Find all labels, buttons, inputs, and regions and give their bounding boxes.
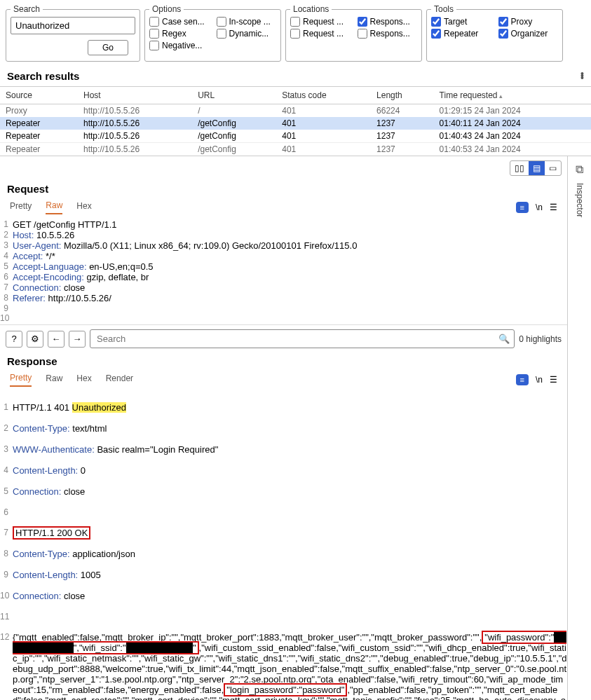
checkbox[interactable] — [431, 29, 441, 39]
checkbox[interactable] — [431, 17, 441, 27]
cell-host: http://10.5.5.26 — [78, 117, 192, 130]
code-line[interactable]: Accept-Language: en-US,en;q=0.5 — [13, 261, 567, 272]
column-header[interactable]: Source — [0, 87, 78, 104]
hamburger-icon[interactable]: ☰ — [550, 203, 557, 212]
tool-checkbox[interactable]: Target — [431, 17, 491, 27]
checkbox[interactable] — [290, 29, 300, 39]
inspector-panel[interactable]: ⧉ Inspector — [567, 156, 591, 700]
checkbox[interactable] — [217, 17, 226, 27]
cell-time: 01:29:15 24 Jan 2024 — [434, 104, 591, 118]
code-line[interactable] — [13, 303, 567, 313]
checkbox[interactable] — [358, 29, 367, 39]
cell-source: Proxy — [0, 104, 78, 118]
line-number: 7 — [0, 282, 13, 293]
layout-split-icon[interactable]: ▤ — [529, 161, 545, 175]
results-table: SourceHostURLStatus codeLengthTime reque… — [0, 86, 591, 156]
checkbox-label: Proxy — [511, 17, 533, 27]
column-header[interactable]: Length — [371, 87, 434, 104]
table-row[interactable]: Repeaterhttp://10.5.5.26/getConfig401123… — [0, 117, 591, 130]
line-number: 9 — [0, 303, 13, 313]
option-checkbox[interactable]: Case sen... — [149, 17, 210, 27]
newline-icon[interactable]: \n — [536, 203, 543, 212]
search-input[interactable] — [11, 17, 135, 34]
help-icon[interactable]: ? — [6, 331, 22, 348]
cell-host: http://10.5.5.26 — [78, 143, 192, 156]
tab-render[interactable]: Render — [106, 373, 133, 386]
tab-hex[interactable]: Hex — [76, 201, 91, 214]
cell-url: / — [192, 104, 276, 118]
tool-checkbox[interactable]: Repeater — [431, 29, 491, 39]
location-checkbox[interactable]: Respons... — [358, 29, 418, 39]
inspector-label: Inspector — [575, 183, 585, 217]
tab-raw[interactable]: Raw — [46, 373, 62, 386]
options-legend: Options — [149, 4, 184, 14]
column-header[interactable]: Time requested — [434, 87, 591, 104]
checkbox[interactable] — [358, 17, 367, 27]
code-line[interactable]: Referer: http://10.5.5.26/ — [13, 293, 567, 303]
newline-icon[interactable]: \n — [536, 375, 543, 385]
column-header[interactable]: Status code — [276, 87, 371, 104]
line-number: 5 — [0, 261, 13, 272]
checkbox[interactable] — [149, 41, 159, 50]
tab-hex[interactable]: Hex — [76, 373, 91, 386]
code-line[interactable]: Accept-Encoding: gzip, deflate, br — [13, 272, 567, 282]
search-panel: Search Go — [6, 4, 140, 62]
tool-checkbox[interactable]: Proxy — [498, 17, 559, 27]
cell-length: 1237 — [371, 130, 434, 143]
checkbox[interactable] — [149, 29, 159, 39]
code-line[interactable]: GET /getConfig HTTP/1.1 — [13, 219, 567, 230]
table-row[interactable]: Repeaterhttp://10.5.5.26/getConfig401123… — [0, 130, 591, 143]
location-checkbox[interactable]: Request ... — [290, 29, 351, 39]
layout-toggle[interactable]: ▯▯ ▤ ▭ — [510, 160, 562, 176]
gear-icon[interactable]: ⚙ — [27, 331, 43, 348]
tab-raw[interactable]: Raw — [46, 200, 62, 214]
checkbox[interactable] — [498, 17, 508, 27]
cell-status: 401 — [276, 143, 371, 156]
line-number: 10 — [0, 313, 13, 323]
code-line[interactable]: Accept: */* — [13, 251, 567, 261]
cell-status: 401 — [276, 117, 371, 130]
hamburger-icon[interactable]: ☰ — [550, 375, 557, 385]
code-line[interactable]: Connection: close — [13, 282, 567, 293]
response-actions-icon[interactable]: ≡ — [516, 374, 529, 385]
highlights-count: 0 highlights — [519, 334, 562, 344]
option-checkbox[interactable]: Negative... — [149, 41, 210, 50]
option-checkbox[interactable]: Dynamic... — [217, 29, 277, 39]
request-search-input[interactable] — [95, 331, 498, 346]
tab-pretty[interactable]: Pretty — [10, 201, 32, 214]
column-header[interactable]: URL — [192, 87, 276, 104]
option-checkbox[interactable]: Regex — [149, 29, 210, 39]
column-header[interactable]: Host — [78, 87, 192, 104]
search-icon[interactable]: 🔍 — [498, 334, 510, 344]
checkbox[interactable] — [217, 29, 226, 39]
tab-pretty[interactable]: Pretty — [10, 373, 32, 387]
code-line[interactable]: User-Agent: Mozilla/5.0 (X11; Linux x86_… — [13, 240, 567, 251]
tool-checkbox[interactable]: Organizer — [498, 29, 559, 39]
checkbox-label: Negative... — [162, 41, 202, 50]
checkbox[interactable] — [498, 29, 508, 39]
checkbox-label: Request ... — [303, 29, 344, 39]
forward-icon[interactable]: → — [69, 331, 86, 348]
option-checkbox[interactable]: In-scope ... — [217, 17, 277, 27]
layout-single-icon[interactable]: ▭ — [545, 161, 561, 175]
more-menu-icon[interactable]: ••• — [580, 73, 584, 79]
location-checkbox[interactable]: Request ... — [290, 17, 351, 27]
checkbox[interactable] — [149, 17, 159, 27]
code-line[interactable]: Host: 10.5.5.26 — [13, 230, 567, 240]
table-row[interactable]: Proxyhttp://10.5.5.26/4016622401:29:15 2… — [0, 104, 591, 118]
cell-status: 401 — [276, 130, 371, 143]
checkbox[interactable] — [290, 17, 300, 27]
cell-host: http://10.5.5.26 — [78, 104, 192, 118]
request-actions-icon[interactable]: ≡ — [516, 202, 529, 213]
code-line[interactable] — [13, 313, 567, 323]
go-button[interactable]: Go — [88, 40, 128, 55]
cell-source: Repeater — [0, 130, 78, 143]
layout-columns-icon[interactable]: ▯▯ — [510, 161, 529, 175]
options-panel: Options Case sen...In-scope ...RegexDyna… — [144, 4, 281, 62]
cell-host: http://10.5.5.26 — [78, 130, 192, 143]
inspector-icon[interactable]: ⧉ — [576, 163, 583, 176]
table-row[interactable]: Repeaterhttp://10.5.5.26/getConfig401123… — [0, 143, 591, 156]
back-icon[interactable]: ← — [48, 331, 64, 348]
location-checkbox[interactable]: Respons... — [358, 17, 418, 27]
checkbox-label: Respons... — [370, 17, 410, 27]
